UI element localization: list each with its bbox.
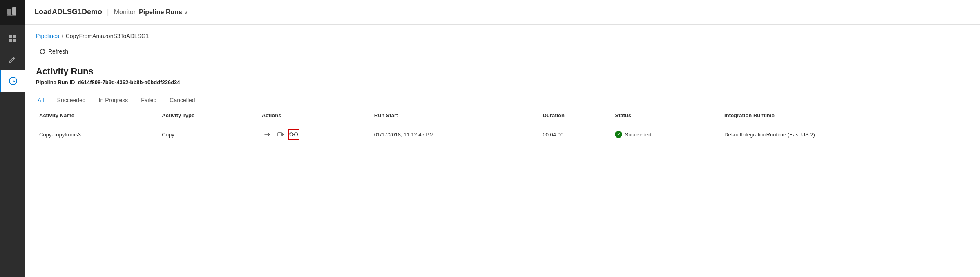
col-activity-name: Activity Name	[36, 107, 158, 123]
svg-rect-6	[13, 39, 16, 42]
breadcrumb-pipelines-link[interactable]: Pipelines	[36, 33, 59, 39]
svg-rect-9	[278, 133, 282, 136]
success-icon: ✓	[615, 131, 622, 138]
tabs-container: All Succeeded In Progress Failed Cancell…	[36, 94, 969, 107]
table-row: Copy-copyfroms3 Copy	[36, 123, 969, 146]
action-arrow-icon[interactable]	[262, 129, 273, 140]
status-label: Succeeded	[625, 132, 651, 138]
chevron-down-icon[interactable]: ∨	[184, 9, 188, 16]
tab-cancelled[interactable]: Cancelled	[163, 94, 201, 107]
refresh-button[interactable]: Refresh	[36, 47, 71, 56]
svg-point-12	[294, 133, 297, 136]
header-pipeline-runs: Pipeline Runs	[139, 9, 182, 16]
cell-run-start: 01/17/2018, 11:12:45 PM	[371, 123, 540, 146]
logo-icon	[6, 6, 19, 19]
refresh-icon	[39, 48, 46, 55]
cell-actions	[259, 123, 371, 146]
refresh-label: Refresh	[48, 48, 68, 55]
col-run-start: Run Start	[371, 107, 540, 123]
activity-runs-table: Activity Name Activity Type Actions Run …	[36, 107, 969, 146]
tab-failed[interactable]: Failed	[134, 94, 163, 107]
svg-line-14	[290, 134, 290, 134]
breadcrumb-separator: /	[62, 33, 63, 39]
col-status: Status	[612, 107, 721, 123]
sidebar	[0, 0, 25, 277]
sidebar-logo	[0, 0, 25, 25]
col-actions: Actions	[259, 107, 371, 123]
action-glasses-icon[interactable]	[288, 129, 299, 140]
col-duration: Duration	[540, 107, 612, 123]
cell-duration: 00:04:00	[540, 123, 612, 146]
svg-rect-0	[7, 9, 11, 15]
svg-rect-1	[12, 7, 16, 15]
breadcrumb: Pipelines / CopyFromAmazonS3ToADLSG1	[36, 33, 969, 39]
actions-cell	[262, 129, 368, 140]
svg-rect-5	[9, 39, 12, 42]
cell-activity-name: Copy-copyfroms3	[36, 123, 158, 146]
sidebar-item-monitor[interactable]	[0, 70, 25, 92]
section-title: Activity Runs	[36, 66, 969, 77]
action-output-icon[interactable]	[275, 129, 286, 140]
header-separator: |	[107, 8, 109, 16]
svg-point-11	[290, 133, 293, 136]
sidebar-item-dashboard[interactable]	[0, 28, 25, 49]
content-area: Pipelines / CopyFromAmazonS3ToADLSG1 Ref…	[25, 25, 980, 277]
cell-status: ✓ Succeeded	[612, 123, 721, 146]
tab-all[interactable]: All	[36, 94, 51, 107]
tab-succeeded[interactable]: Succeeded	[51, 94, 92, 107]
sidebar-item-edit[interactable]	[0, 49, 25, 70]
col-activity-type: Activity Type	[158, 107, 258, 123]
svg-rect-4	[13, 35, 16, 38]
svg-line-15	[297, 134, 298, 134]
svg-rect-3	[9, 35, 12, 38]
pipeline-run-id-row: Pipeline Run ID d614f808-7b9d-4362-bb8b-…	[36, 79, 969, 85]
tab-in-progress[interactable]: In Progress	[92, 94, 135, 107]
header-monitor: Monitor	[114, 9, 136, 16]
workspace-title: LoadADLSG1Demo	[34, 8, 102, 16]
breadcrumb-current: CopyFromAmazonS3ToADLSG1	[66, 33, 149, 39]
main-content: LoadADLSG1Demo | Monitor Pipeline Runs ∨…	[25, 0, 980, 277]
col-integration-runtime: Integration Runtime	[721, 107, 969, 123]
header: LoadADLSG1Demo | Monitor Pipeline Runs ∨	[25, 0, 980, 25]
input-arrow-icon	[264, 132, 271, 137]
pipeline-run-id-label: Pipeline Run ID	[36, 79, 75, 85]
cell-integration-runtime: DefaultIntegrationRuntime (East US 2)	[721, 123, 969, 146]
glasses-icon	[289, 132, 298, 137]
cell-activity-type: Copy	[158, 123, 258, 146]
output-arrow-icon	[277, 132, 284, 137]
pipeline-run-id-value: d614f808-7b9d-4362-bb8b-a0bddf226d34	[78, 79, 180, 85]
status-cell: ✓ Succeeded	[615, 131, 718, 138]
